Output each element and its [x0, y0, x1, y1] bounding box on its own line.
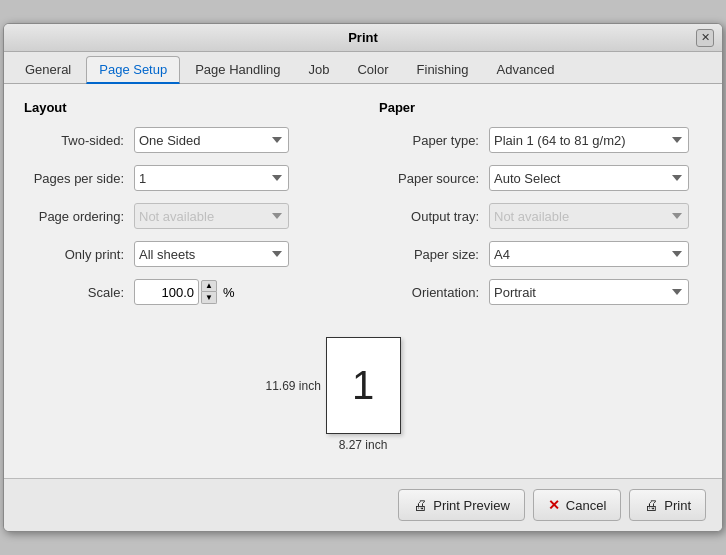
print-dialog: Print ✕ General Page Setup Page Handling… [3, 23, 723, 532]
page-ordering-label: Page ordering: [24, 209, 134, 224]
tab-job[interactable]: Job [296, 56, 343, 83]
orientation-label: Orientation: [379, 285, 489, 300]
paper-type-row: Paper type: Plain 1 (64 to 81 g/m2) [379, 127, 702, 153]
two-sided-row: Two-sided: One Sided Long Edge Short Edg… [24, 127, 347, 153]
scale-unit: % [223, 285, 235, 300]
paper-source-label: Paper source: [379, 171, 489, 186]
scale-row: Scale: 100.0 ▲ ▼ % [24, 279, 347, 305]
preview-area: 11.69 inch 1 8.27 inch [24, 317, 702, 462]
orientation-row: Orientation: Portrait Landscape [379, 279, 702, 305]
only-print-label: Only print: [24, 247, 134, 262]
pages-per-side-label: Pages per side: [24, 171, 134, 186]
tab-color[interactable]: Color [344, 56, 401, 83]
side-dimension-label: 11.69 inch [266, 379, 321, 393]
paper-source-select[interactable]: Auto Select [489, 165, 689, 191]
only-print-select[interactable]: All sheets Odd sheets Even sheets [134, 241, 289, 267]
pages-per-side-select[interactable]: 1 2 4 [134, 165, 289, 191]
layout-title: Layout [24, 100, 347, 115]
page-preview-wrapper: 11.69 inch 1 [326, 337, 401, 434]
pages-per-side-row: Pages per side: 1 2 4 [24, 165, 347, 191]
title-bar: Print ✕ [4, 24, 722, 52]
layout-section: Layout Two-sided: One Sided Long Edge Sh… [24, 100, 347, 317]
paper-type-select[interactable]: Plain 1 (64 to 81 g/m2) [489, 127, 689, 153]
two-sided-select[interactable]: One Sided Long Edge Short Edge [134, 127, 289, 153]
footer: 🖨 Print Preview ✕ Cancel 🖨 Print [4, 478, 722, 531]
sections: Layout Two-sided: One Sided Long Edge Sh… [24, 100, 702, 317]
scale-up-button[interactable]: ▲ [201, 280, 217, 292]
tab-bar: General Page Setup Page Handling Job Col… [4, 52, 722, 84]
print-preview-icon: 🖨 [413, 497, 427, 513]
output-tray-row: Output tray: Not available [379, 203, 702, 229]
print-label: Print [664, 498, 691, 513]
tab-general[interactable]: General [12, 56, 84, 83]
print-preview-button[interactable]: 🖨 Print Preview [398, 489, 525, 521]
print-button[interactable]: 🖨 Print [629, 489, 706, 521]
orientation-select[interactable]: Portrait Landscape [489, 279, 689, 305]
window-title: Print [348, 30, 378, 45]
paper-title: Paper [379, 100, 702, 115]
scale-input[interactable]: 100.0 [134, 279, 199, 305]
tab-finishing[interactable]: Finishing [404, 56, 482, 83]
tab-page-handling[interactable]: Page Handling [182, 56, 293, 83]
cancel-button[interactable]: ✕ Cancel [533, 489, 621, 521]
scale-label: Scale: [24, 285, 134, 300]
print-icon: 🖨 [644, 497, 658, 513]
page-content: Layout Two-sided: One Sided Long Edge Sh… [4, 84, 722, 478]
paper-source-row: Paper source: Auto Select [379, 165, 702, 191]
paper-section: Paper Paper type: Plain 1 (64 to 81 g/m2… [379, 100, 702, 317]
print-preview-label: Print Preview [433, 498, 510, 513]
paper-size-row: Paper size: A4 Letter Legal [379, 241, 702, 267]
paper-type-label: Paper type: [379, 133, 489, 148]
cancel-label: Cancel [566, 498, 606, 513]
tab-page-setup[interactable]: Page Setup [86, 56, 180, 84]
paper-size-select[interactable]: A4 Letter Legal [489, 241, 689, 267]
tab-advanced[interactable]: Advanced [484, 56, 568, 83]
cancel-icon: ✕ [548, 497, 560, 513]
bottom-dimension-label: 8.27 inch [339, 438, 388, 452]
close-button[interactable]: ✕ [696, 29, 714, 47]
page-mock: 1 [326, 337, 401, 434]
scale-spinner: ▲ ▼ [201, 280, 217, 304]
paper-size-label: Paper size: [379, 247, 489, 262]
page-ordering-select[interactable]: Not available [134, 203, 289, 229]
page-ordering-row: Page ordering: Not available [24, 203, 347, 229]
output-tray-label: Output tray: [379, 209, 489, 224]
scale-down-button[interactable]: ▼ [201, 292, 217, 304]
only-print-row: Only print: All sheets Odd sheets Even s… [24, 241, 347, 267]
output-tray-select[interactable]: Not available [489, 203, 689, 229]
page-number: 1 [352, 363, 374, 408]
two-sided-label: Two-sided: [24, 133, 134, 148]
